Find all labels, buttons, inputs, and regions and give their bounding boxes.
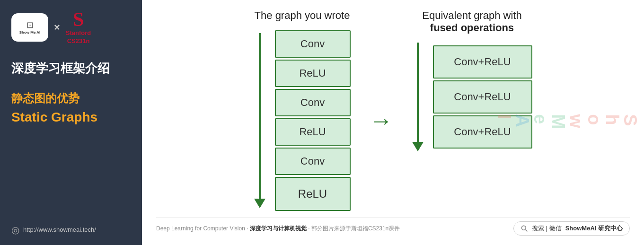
left-boxes-column: Conv ReLU Conv ReLU Conv ReLU (275, 30, 351, 211)
main-content: ShowMeAI The graph you wrote Conv ReLU C… (142, 0, 644, 245)
logo-area: ⊡ Show Me AI × S Stanford CS231n (11, 9, 131, 45)
search-label: 搜索 | 微信 (532, 224, 562, 233)
footer: Deep Learning for Computer Vision · 深度学习… (156, 217, 630, 236)
subtitle-english: Static Graphs (11, 110, 131, 125)
left-graph-title: The graph you wrote (255, 9, 350, 22)
stanford-text: Stanford CS231n (66, 29, 91, 45)
right-arrow-line (417, 43, 419, 142)
right-graph-with-arrow: Conv+ReLU Conv+ReLU Conv+ReLU (412, 43, 532, 151)
bottom-link: ◎ http://www.showmeai.tech/ (11, 224, 131, 236)
box-relu2: ReLU (275, 118, 351, 146)
stanford-logo: S Stanford CS231n (66, 9, 91, 45)
box-conv2: Conv (275, 89, 351, 116)
fused-box-2: Conv+ReLU (433, 80, 532, 114)
svg-point-0 (521, 226, 526, 230)
box-conv1: Conv (275, 30, 351, 58)
search-box[interactable]: 搜索 | 微信 ShowMeAI 研究中心 (513, 221, 630, 236)
box-conv3: Conv (275, 148, 351, 175)
left-graph-section: The graph you wrote Conv ReLU Conv ReLU … (254, 9, 351, 211)
left-arrow-head (254, 199, 265, 208)
left-arrow-line (259, 33, 261, 199)
watermark: ShowMeAI (495, 114, 639, 131)
left-arrow-container (254, 33, 265, 208)
right-boxes-column: Conv+ReLU Conv+ReLU Conv+ReLU (433, 45, 532, 149)
fused-box-1: Conv+ReLU (433, 45, 532, 79)
sidebar: ⊡ Show Me AI × S Stanford CS231n 深度学习框架介… (0, 0, 142, 245)
link-url: http://www.showmeai.tech/ (23, 226, 96, 233)
box-relu1: ReLU (275, 60, 351, 87)
showmeai-logo: ⊡ Show Me AI (11, 13, 48, 42)
svg-line-1 (525, 229, 527, 231)
content-area: The graph you wrote Conv ReLU Conv ReLU … (156, 9, 630, 212)
stanford-s: S (73, 9, 84, 29)
link-icon: ◎ (11, 224, 19, 236)
right-graph-title: Equivalent graph with fused operations (422, 9, 521, 34)
monitor-icon: ⊡ (26, 20, 34, 30)
middle-arrow: → (370, 107, 393, 134)
showmeai-logo-text: Show Me AI (19, 30, 41, 35)
search-icon (520, 225, 528, 232)
wechat-brand: ShowMeAI 研究中心 (565, 224, 623, 233)
subtitle-chinese: 静态图的优势 (11, 91, 131, 106)
box-relu3: ReLU (275, 177, 351, 211)
left-graph-with-arrow: Conv ReLU Conv ReLU Conv ReLU (254, 30, 351, 211)
right-arrow-container (412, 43, 423, 151)
main-title: 深度学习框架介绍 (11, 60, 131, 77)
x-symbol: × (54, 21, 60, 34)
footer-text: Deep Learning for Computer Vision · 深度学习… (156, 225, 400, 233)
right-arrow-head (412, 142, 423, 151)
